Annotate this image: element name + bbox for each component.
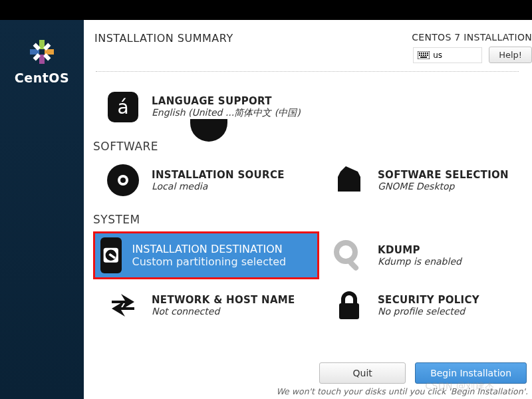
svg-point-24 [120, 178, 126, 183]
svg-rect-12 [425, 53, 426, 54]
product-name: CENTOS 7 INSTALLATION [412, 32, 532, 43]
section-software-label: SOFTWARE [93, 140, 532, 153]
svg-rect-11 [423, 53, 424, 54]
page-title: INSTALLATION SUMMARY [94, 32, 233, 45]
item-installation-source[interactable]: INSTALLATION SOURCE Local media [89, 158, 315, 202]
software-selection-sub: GNOME Desktop [378, 181, 509, 192]
network-icon [105, 287, 141, 323]
app-root: CentOS INSTALLATION SUMMARY CENTOS 7 INS… [0, 20, 532, 399]
kdump-sub: Kdump is enabled [378, 256, 462, 267]
package-icon [331, 162, 367, 198]
partial-item-icon [190, 119, 227, 142]
header-right: CENTOS 7 INSTALLATION us Help! [412, 32, 532, 63]
disk-icon [100, 237, 122, 273]
keyboard-icon [418, 51, 430, 59]
language-support-sub: English (United ...简体中文 (中国) [152, 107, 301, 119]
section-software: SOFTWARE INSTALLATION SOURCE Local media [89, 140, 532, 202]
svg-rect-15 [421, 55, 422, 56]
svg-rect-9 [419, 53, 420, 54]
item-security-policy[interactable]: SECURITY POLICY No profile selected [315, 283, 528, 327]
security-title: SECURITY POLICY [378, 294, 479, 306]
item-kdump[interactable]: KDUMP Kdump is enabled [319, 231, 532, 279]
section-system: SYSTEM INSTALLATION DESTINATION Custom p… [89, 213, 532, 327]
item-software-selection[interactable]: SOFTWARE SELECTION GNOME Desktop [315, 158, 528, 202]
begin-installation-button[interactable]: Begin Installation [415, 362, 527, 384]
network-sub: Not connected [152, 306, 295, 317]
kdump-title: KDUMP [378, 244, 462, 256]
svg-rect-13 [427, 53, 428, 54]
security-sub: No profile selected [378, 306, 479, 317]
centos-logo-icon [29, 39, 55, 65]
magnifier-icon [331, 237, 367, 273]
sidebar: CentOS [0, 20, 84, 399]
brand-text: CentOS [15, 70, 69, 85]
installation-destination-title: INSTALLATION DESTINATION [132, 243, 283, 255]
header: INSTALLATION SUMMARY CENTOS 7 INSTALLATI… [84, 20, 532, 63]
item-network[interactable]: NETWORK & HOST NAME Not connected [89, 283, 315, 327]
keyboard-layout-selector[interactable]: us [413, 47, 482, 63]
svg-text:á: á [117, 96, 128, 118]
svg-rect-19 [420, 57, 427, 58]
svg-rect-18 [427, 55, 428, 56]
svg-rect-14 [419, 55, 420, 56]
installation-source-sub: Local media [152, 181, 285, 192]
main-panel: INSTALLATION SUMMARY CENTOS 7 INSTALLATI… [84, 20, 532, 399]
content: á LANGUAGE SUPPORT English (United ...简体… [84, 63, 532, 399]
keyboard-layout-value: us [433, 51, 442, 60]
software-selection-title: SOFTWARE SELECTION [378, 169, 509, 181]
svg-rect-16 [423, 55, 424, 56]
item-installation-destination[interactable]: INSTALLATION DESTINATION Custom partitio… [95, 233, 317, 277]
help-button[interactable]: Help! [489, 47, 532, 63]
svg-rect-10 [421, 53, 422, 54]
window-titlebar [0, 0, 532, 20]
language-icon: á [105, 89, 141, 125]
svg-rect-31 [339, 303, 359, 319]
svg-rect-17 [425, 55, 426, 56]
footer-note: We won't touch your disks until you clic… [276, 386, 528, 396]
lock-icon [331, 287, 367, 323]
scroll-divider [96, 71, 519, 72]
network-title: NETWORK & HOST NAME [152, 294, 295, 306]
quit-button[interactable]: Quit [319, 362, 406, 384]
disc-icon [105, 162, 141, 198]
footer: Quit Begin Installation We won't touch y… [84, 357, 532, 399]
svg-point-29 [336, 243, 355, 261]
installation-destination-sub: Custom partitioning selected [132, 255, 287, 268]
highlight-frame: INSTALLATION DESTINATION Custom partitio… [93, 231, 319, 279]
installation-source-title: INSTALLATION SOURCE [152, 169, 285, 181]
section-system-label: SYSTEM [93, 213, 532, 226]
language-support-title: LANGUAGE SUPPORT [152, 95, 301, 107]
